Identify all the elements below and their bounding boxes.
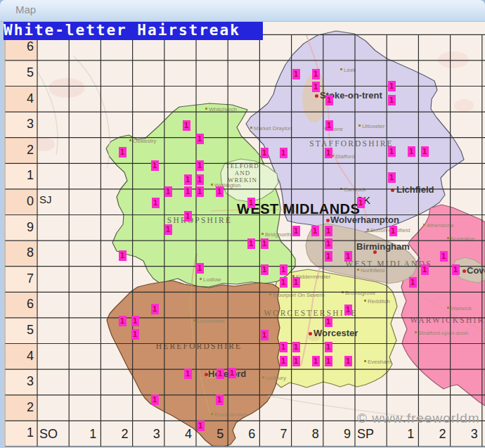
row-label-column: [5, 34, 37, 447]
occurrence-marker[interactable]: 1: [325, 95, 333, 105]
occurrence-marker[interactable]: 1: [408, 146, 415, 157]
occurrence-marker[interactable]: 1: [388, 81, 396, 91]
occurrence-marker[interactable]: 1: [409, 277, 417, 288]
occurrence-marker[interactable]: 1: [261, 330, 269, 340]
occurrence-marker[interactable]: 1: [292, 356, 300, 366]
occurrence-marker[interactable]: 1: [388, 146, 396, 157]
occurrence-marker[interactable]: 1: [196, 186, 204, 197]
occurrence-marker[interactable]: 1: [196, 174, 204, 185]
occurrence-marker[interactable]: 1: [183, 120, 190, 131]
occurrence-marker[interactable]: 1: [344, 356, 352, 366]
occurrence-marker[interactable]: 1: [325, 342, 332, 352]
occurrence-marker[interactable]: 1: [325, 251, 332, 262]
occurrence-marker[interactable]: 1: [311, 226, 319, 236]
occurrence-marker[interactable]: 1: [216, 395, 224, 405]
occurrence-marker[interactable]: 1: [164, 224, 172, 235]
occurrence-marker[interactable]: 1: [292, 69, 300, 79]
occurrence-marker[interactable]: 1: [388, 95, 396, 105]
row-label-cell: [5, 87, 37, 113]
occurrence-marker[interactable]: 1: [325, 226, 332, 236]
row-label-cell: [5, 421, 37, 447]
row-label-cell: [5, 215, 37, 241]
occurrence-marker[interactable]: 1: [151, 160, 159, 171]
occurrence-marker[interactable]: 1: [119, 316, 127, 326]
occurrence-marker[interactable]: 1: [228, 368, 236, 378]
title-bar[interactable]: Map: [0, 0, 485, 22]
row-label-cell: [5, 344, 37, 370]
occurrence-marker[interactable]: 1: [280, 264, 287, 275]
row-label-cell: [5, 395, 37, 421]
occurrence-marker[interactable]: 1: [184, 211, 192, 222]
occurrence-marker[interactable]: 1: [389, 226, 397, 236]
occurrence-marker[interactable]: 1: [292, 226, 300, 236]
occurrence-marker[interactable]: 1: [312, 82, 320, 92]
occurrence-marker[interactable]: 1: [197, 421, 205, 431]
occurrence-marker[interactable]: 1: [119, 147, 127, 158]
occurrence-marker[interactable]: 1: [325, 148, 332, 158]
row-label-cell: [5, 267, 37, 293]
occurrence-marker[interactable]: 1: [325, 238, 332, 249]
occurrence-marker[interactable]: 1: [312, 69, 320, 79]
occurrence-marker[interactable]: 1: [312, 356, 320, 366]
occurrence-marker[interactable]: 1: [261, 264, 269, 275]
occurrence-marker[interactable]: 1: [151, 395, 159, 405]
occurrence-marker[interactable]: 1: [196, 263, 204, 274]
occurrence-marker[interactable]: 1: [196, 134, 204, 144]
occurrence-marker[interactable]: 1: [261, 238, 269, 249]
occurrence-marker[interactable]: 1: [325, 316, 332, 327]
occurrence-marker[interactable]: 1: [292, 342, 300, 352]
occurrence-marker[interactable]: 1: [421, 264, 429, 275]
row-label-cell: [5, 60, 37, 87]
occurrence-marker[interactable]: 1: [357, 198, 365, 208]
row-label-cell: [5, 112, 37, 138]
species-title: White-letter Hairstreak: [4, 22, 240, 39]
row-label-cell: [5, 138, 37, 164]
occurrence-marker[interactable]: 1: [184, 369, 192, 379]
occurrence-marker[interactable]: 1: [196, 160, 204, 171]
occurrence-marker[interactable]: 1: [131, 329, 139, 340]
occurrence-marker[interactable]: 1: [280, 148, 287, 158]
occurrence-marker[interactable]: 1: [325, 356, 332, 366]
row-label-cell: [5, 292, 37, 318]
occurrence-marker[interactable]: 1: [388, 172, 396, 183]
occurrence-marker[interactable]: 1: [292, 277, 300, 288]
row-label-cell: [5, 163, 37, 189]
occurrence-marker[interactable]: 1: [184, 174, 192, 185]
occurrence-marker[interactable]: 1: [280, 356, 287, 366]
occurrence-marker[interactable]: 1: [216, 369, 224, 379]
occurrence-marker[interactable]: 1: [131, 316, 139, 326]
map-canvas[interactable]: [4, 21, 485, 447]
occurrence-marker[interactable]: 1: [247, 238, 255, 249]
row-label-cell: [5, 189, 37, 215]
occurrence-marker[interactable]: 1: [344, 251, 352, 262]
occurrence-marker[interactable]: 1: [280, 277, 287, 288]
occurrence-marker[interactable]: 1: [325, 120, 333, 131]
occurrence-marker[interactable]: 1: [344, 305, 352, 315]
county-shape-worcestershire: [272, 269, 397, 388]
occurrence-marker[interactable]: 1: [261, 148, 269, 158]
occurrence-marker[interactable]: 1: [151, 304, 159, 314]
occurrence-marker[interactable]: 1: [247, 198, 255, 208]
map-viewport[interactable]: 6543210987654321SO123456789SP123SJSKWEST…: [4, 21, 485, 447]
row-label-cell: [5, 318, 37, 344]
map-window: 6543210987654321SO123456789SP123SJSKWEST…: [0, 0, 485, 448]
occurrence-marker[interactable]: 1: [421, 146, 429, 157]
occurrence-marker[interactable]: 1: [440, 251, 448, 262]
occurrence-marker[interactable]: 1: [280, 342, 287, 352]
window-title: Map: [15, 4, 36, 15]
occurrence-marker[interactable]: 1: [452, 264, 460, 275]
occurrence-marker[interactable]: 1: [152, 198, 160, 208]
occurrence-marker[interactable]: 1: [119, 250, 127, 261]
occurrence-marker[interactable]: 1: [184, 186, 192, 197]
occurrence-marker[interactable]: 1: [216, 186, 224, 197]
row-label-cell: [5, 241, 37, 267]
species-title-bar[interactable]: White-letter Hairstreak: [4, 21, 263, 40]
row-label-cell: [5, 369, 37, 395]
map-attribution: © www.freeworldm: [357, 411, 480, 426]
occurrence-marker[interactable]: 1: [164, 186, 172, 197]
